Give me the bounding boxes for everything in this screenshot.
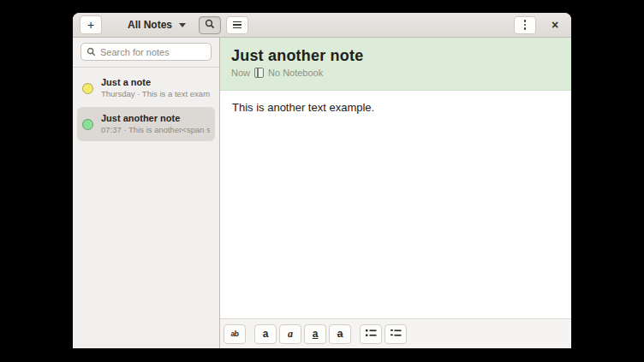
note-item-title: Just a note [101, 77, 210, 89]
strikethrough-button[interactable]: a [329, 324, 351, 344]
note-item-meta: 07:37 · This is another<span style… [101, 125, 210, 135]
note-editor: Just another note Now No Notebook This i… [220, 38, 571, 348]
italic-icon: a [288, 329, 293, 339]
format-group-misc: ab [224, 324, 246, 344]
note-text: Just another note 07:37 · This is anothe… [101, 113, 210, 135]
new-note-button[interactable]: + [80, 15, 102, 34]
primary-menu-button[interactable] [226, 16, 248, 34]
list-item-just-another-note[interactable]: Just another note 07:37 · This is anothe… [77, 107, 215, 141]
bold-button[interactable]: a [254, 324, 277, 344]
strikethrough-icon: a [337, 329, 343, 339]
notes-app-window: + All Notes [73, 13, 571, 348]
note-color-dot-green [82, 119, 93, 130]
search-toggle-button[interactable] [199, 16, 221, 34]
note-timestamp: Now [231, 68, 250, 78]
note-title: Just another note [231, 47, 561, 65]
underline-icon: a [313, 329, 319, 339]
hamburger-icon [233, 20, 242, 31]
italic-button[interactable]: a [279, 324, 301, 344]
note-header: Just another note Now No Notebook [220, 38, 571, 91]
underline-button[interactable]: a [304, 324, 326, 344]
ordered-list-button[interactable] [385, 324, 407, 344]
note-body-editor[interactable]: This is another text example. [220, 91, 571, 318]
note-meta-row: Now No Notebook [231, 68, 561, 78]
notebook-icon [254, 68, 264, 78]
note-body-text: This is another text example. [232, 101, 374, 114]
format-group-lists [360, 324, 407, 344]
header-bar: + All Notes [73, 13, 571, 38]
bullet-list-button[interactable] [360, 324, 382, 344]
note-text: Just a note Thursday · This is a text ex… [101, 77, 210, 99]
search-icon [205, 19, 215, 32]
note-list: Just a note Thursday · This is a text ex… [73, 68, 219, 145]
note-item-meta: Thursday · This is a text example. [101, 89, 210, 99]
close-icon: × [552, 18, 558, 32]
search-icon [86, 45, 96, 60]
text-format-button[interactable]: ab [224, 324, 246, 344]
ordered-list-icon [391, 328, 402, 341]
search-input[interactable] [100, 47, 206, 57]
notes-sidebar: Just a note Thursday · This is a text ex… [73, 38, 220, 348]
format-group-styles: a a a a [254, 324, 351, 344]
list-item-just-a-note[interactable]: Just a note Thursday · This is a text ex… [77, 71, 215, 105]
search-row [73, 38, 219, 68]
search-entry[interactable] [80, 43, 212, 61]
plus-icon: + [87, 19, 94, 31]
note-color-dot-yellow [82, 83, 93, 94]
note-item-title: Just another note [101, 113, 210, 125]
format-toolbar: ab a a a a [220, 318, 571, 348]
chevron-down-icon [179, 23, 186, 27]
bullet-list-icon [366, 328, 377, 341]
ab-text-icon: ab [231, 329, 239, 338]
kebab-menu-icon [524, 20, 527, 30]
filter-label: All Notes [128, 19, 172, 31]
notes-filter-dropdown[interactable]: All Notes [128, 15, 186, 34]
note-menu-button[interactable] [514, 16, 536, 34]
notebook-label[interactable]: No Notebook [268, 68, 323, 78]
window-content: Just a note Thursday · This is a text ex… [73, 38, 571, 348]
window-close-button[interactable]: × [547, 17, 563, 33]
bold-icon: a [263, 329, 269, 339]
desktop-background: + All Notes [0, 0, 644, 362]
